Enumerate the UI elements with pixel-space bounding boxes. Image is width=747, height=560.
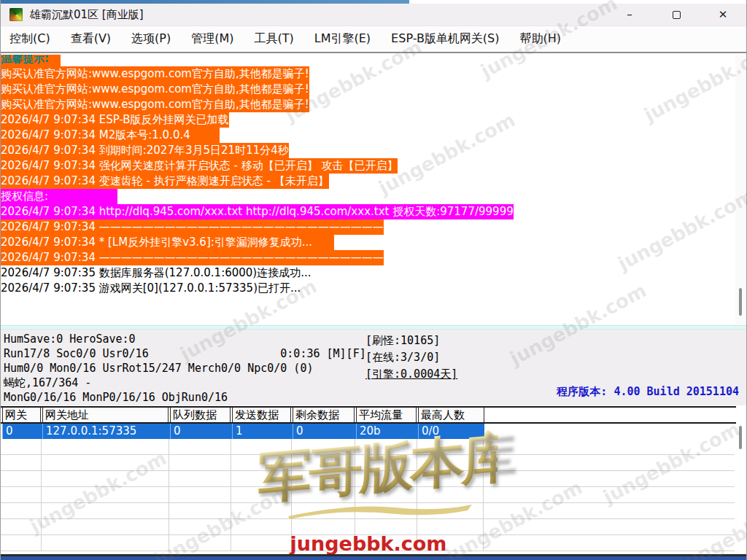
log-line-text: 温馨提示: bbox=[1, 55, 61, 66]
status-line-4: 蝎蛇,167/364 - bbox=[4, 376, 366, 390]
table-gridline-vertical bbox=[291, 439, 292, 551]
log-line-15: 2026/4/7 9:07:35 数据库服务器(127.0.0.1:6000)连… bbox=[1, 265, 736, 281]
table-header-5[interactable]: 剩余数据 bbox=[293, 408, 355, 422]
menu-item-8[interactable]: 帮助(H) bbox=[510, 31, 572, 47]
log-line-2: 购买认准官方网站:www.espgom.com官方自助,其他都是骗子! bbox=[1, 66, 736, 82]
window-title: 雄霸沉默01区 [商业版] bbox=[30, 8, 144, 22]
log-line-13: 2026/4/7 9:07:34 * [LM反外挂引擎v3.6]:引擎漏洞修复成… bbox=[1, 235, 736, 250]
log-line-text: 2026/4/7 9:07:34 ESP-B版反外挂网关已加载 bbox=[1, 112, 229, 128]
table-header-4[interactable]: 发送数据 bbox=[232, 408, 291, 422]
table-header-3[interactable]: 队列数据 bbox=[170, 408, 231, 422]
log-line-text: 购买认准官方网站:www.espgom.com官方自助,其他都是骗子! bbox=[1, 97, 309, 112]
menu-item-1[interactable]: 控制(C) bbox=[1, 31, 61, 47]
table-gridline-vertical bbox=[355, 439, 355, 551]
table-empty-row bbox=[1, 455, 735, 471]
app-icon bbox=[9, 8, 23, 21]
table-empty-row bbox=[1, 487, 735, 503]
table-cell-1: 0 bbox=[2, 424, 41, 439]
table-gridline-vertical bbox=[41, 439, 42, 551]
log-line-7: 2026/4/7 9:07:34 到期时间:2027年3月5日21时11分4秒 bbox=[1, 143, 736, 158]
log-line-4: 购买认准官方网站:www.espgom.com官方自助,其他都是骗子! bbox=[1, 97, 736, 112]
log-line-10: 授权信息: bbox=[1, 189, 736, 204]
maximize-icon bbox=[673, 11, 681, 19]
log-line-text: 2026/4/7 9:07:34 ———————————————————————… bbox=[1, 219, 384, 235]
table-cell-7: 0/0 bbox=[418, 424, 484, 439]
table-empty-row bbox=[1, 439, 735, 455]
status-bracket-1: [刷怪:10165] bbox=[365, 332, 457, 349]
log-line-16: 2026/4/7 9:07:35 游戏网关[0](127.0.0.1:57335… bbox=[1, 281, 736, 296]
status-panel: HumSave:0 HeroSave:0Run17/8 Soc0/0 Usr0/… bbox=[1, 330, 746, 405]
status-bracket-3: [引擎:0.0004天] bbox=[365, 366, 457, 383]
window-controls: – ✕ bbox=[606, 4, 746, 26]
log-line-11: 2026/4/7 9:07:34 http://dlq.945.com/xxx.… bbox=[1, 204, 736, 219]
log-line-text: 2026/4/7 9:07:34 强化网关速度计算开启状态 - 移动【已开启】 … bbox=[1, 158, 398, 174]
gateway-table-panel: 网关网关地址队列数据发送数据剩余数据平均流量最高人数 0127.0.0.1:57… bbox=[1, 405, 746, 554]
log-line-12: 2026/4/7 9:07:34 ———————————————————————… bbox=[1, 219, 736, 235]
bottom-edge-strip bbox=[1, 556, 746, 560]
log-scrollbar[interactable] bbox=[735, 55, 746, 325]
status-line-3: Hum0/0 Mon0/16 UsrRot15/247 Merch0/0 Npc… bbox=[4, 361, 366, 376]
table-cell-4: 1 bbox=[232, 424, 291, 439]
log-line-text: 2026/4/7 9:07:34 变速齿轮 - 执行严格测速开启状态 - 【未开… bbox=[1, 174, 329, 189]
table-empty-row bbox=[1, 519, 735, 535]
minimize-button[interactable]: – bbox=[606, 4, 653, 26]
table-gridline-vertical bbox=[417, 439, 417, 551]
log-line-6: 2026/4/7 9:07:34 M2版本号:1.0.0.4 bbox=[1, 128, 736, 143]
log-line-3: 购买认准官方网站:www.espgom.com官方自助,其他都是骗子! bbox=[1, 82, 736, 97]
program-version: 程序版本: 4.00 Build 20151104 bbox=[557, 385, 739, 399]
status-line-5: MonG0/16/16 MonP0/16/16 ObjRun0/16 bbox=[4, 390, 366, 405]
log-line-9: 2026/4/7 9:07:34 变速齿轮 - 执行严格测速开启状态 - 【未开… bbox=[1, 174, 736, 189]
log-line-text: 2026/4/7 9:07:34 ———————————————————————… bbox=[1, 250, 384, 265]
menu-item-6[interactable]: LM引擎(E) bbox=[304, 31, 381, 47]
app-window: 雄霸沉默01区 [商业版] – ✕ 控制(C)查看(V)选项(P)管理(M)工具… bbox=[0, 0, 747, 560]
log-line-text: 2026/4/7 9:07:34 http://dlq.945.com/xxx.… bbox=[1, 204, 514, 219]
menu-item-5[interactable]: 工具(T) bbox=[244, 31, 304, 47]
log-line-text: 2026/4/7 9:07:35 游戏网关[0](127.0.0.1:57335… bbox=[1, 281, 301, 296]
log-line-8: 2026/4/7 9:07:34 强化网关速度计算开启状态 - 移动【已开启】 … bbox=[1, 158, 736, 174]
log-line-1: 温馨提示: bbox=[1, 55, 736, 66]
log-pane[interactable]: 温馨提示:购买认准官方网站:www.espgom.com官方自助,其他都是骗子!… bbox=[1, 55, 736, 325]
table-empty-row bbox=[1, 471, 735, 487]
menu-item-7[interactable]: ESP-B版单机网关(S) bbox=[381, 31, 509, 47]
log-line-5: 2026/4/7 9:07:34 ESP-B版反外挂网关已加载 bbox=[1, 112, 736, 128]
status-line-1: HumSave:0 HeroSave:0 bbox=[4, 332, 366, 346]
table-cell-5: 0 bbox=[293, 424, 355, 439]
table-header-2[interactable]: 网关地址 bbox=[42, 408, 169, 422]
table-gridline-vertical bbox=[483, 439, 484, 551]
log-line-text: 购买认准官方网站:www.espgom.com官方自助,其他都是骗子! bbox=[1, 66, 309, 82]
table-empty-row bbox=[1, 503, 735, 519]
close-button[interactable]: ✕ bbox=[700, 4, 746, 26]
table-header-7[interactable]: 最高人数 bbox=[418, 408, 484, 422]
title-bar: 雄霸沉默01区 [商业版] – ✕ bbox=[1, 4, 746, 26]
table-cell-2: 127.0.0.1:57335 bbox=[42, 424, 169, 439]
log-line-text: 2026/4/7 9:07:34 到期时间:2027年3月5日21时11分4秒 bbox=[1, 143, 289, 158]
table-row-selected[interactable]: 0127.0.0.1:5733501020b0/0 bbox=[2, 424, 484, 439]
table-header-6[interactable]: 平均流量 bbox=[356, 408, 417, 422]
table-empty-row bbox=[1, 535, 735, 551]
status-bracket-2: [在线:3/3/0] bbox=[365, 349, 457, 366]
status-counters: HumSave:0 HeroSave:0Run17/8 Soc0/0 Usr0/… bbox=[4, 332, 366, 405]
log-line-text: 授权信息: bbox=[1, 189, 117, 204]
menu-item-2[interactable]: 查看(V) bbox=[61, 31, 121, 47]
log-line-text: 2026/4/7 9:07:34 * [LM反外挂引擎v3.6]:引擎漏洞修复成… bbox=[1, 235, 334, 250]
log-line-14: 2026/4/7 9:07:34 ———————————————————————… bbox=[1, 250, 736, 265]
table-cell-6: 20b bbox=[356, 424, 417, 439]
log-scrollbar-thumb[interactable] bbox=[739, 288, 742, 316]
menu-item-4[interactable]: 管理(M) bbox=[181, 31, 244, 47]
table-gridline-vertical bbox=[231, 439, 231, 551]
menu-item-3[interactable]: 选项(P) bbox=[121, 31, 181, 47]
status-brackets: [刷怪:10165][在线:3/3/0][引擎:0.0004天] bbox=[365, 332, 457, 383]
table-cell-3: 0 bbox=[170, 424, 231, 439]
table-header-1[interactable]: 网关 bbox=[2, 408, 41, 422]
menu-bar: 控制(C)查看(V)选项(P)管理(M)工具(T)LM引擎(E)ESP-B版单机… bbox=[1, 26, 746, 53]
table-scrollbar-thumb[interactable] bbox=[739, 426, 742, 449]
status-line-2: Run17/8 Soc0/0 Usr0/16 0:0:36 [M][F] bbox=[4, 346, 366, 361]
maximize-button[interactable] bbox=[653, 4, 700, 26]
log-line-text: 购买认准官方网站:www.espgom.com官方自助,其他都是骗子! bbox=[1, 82, 309, 97]
log-line-text: 2026/4/7 9:07:35 数据库服务器(127.0.0.1:6000)连… bbox=[1, 265, 311, 281]
table-gridline-vertical bbox=[169, 439, 169, 551]
log-line-text: 2026/4/7 9:07:34 M2版本号:1.0.0.4 bbox=[1, 128, 220, 143]
